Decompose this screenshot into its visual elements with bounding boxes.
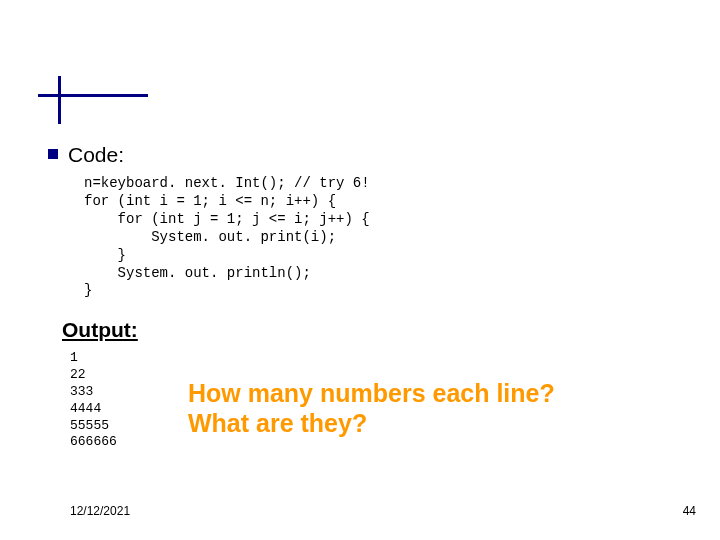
- code-block: n=keyboard. next. Int(); // try 6! for (…: [84, 175, 370, 300]
- logo-vertical-bar: [58, 76, 61, 124]
- output-block: 1 22 333 4444 55555 666666: [70, 350, 117, 451]
- question-line-2: What are they?: [188, 409, 367, 438]
- question-line-1: How many numbers each line?: [188, 379, 555, 408]
- footer-date: 12/12/2021: [70, 504, 130, 518]
- section-code: Code:: [48, 143, 124, 167]
- bullet-square-icon: [48, 149, 58, 159]
- code-heading: Code:: [68, 143, 124, 166]
- logo-horizontal-bar: [38, 94, 148, 97]
- output-heading: Output:: [62, 318, 138, 342]
- footer-page-number: 44: [683, 504, 696, 518]
